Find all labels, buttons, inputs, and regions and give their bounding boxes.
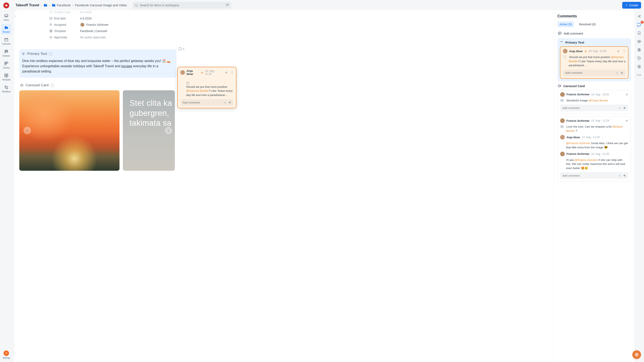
resolve-check-icon[interactable] bbox=[625, 93, 628, 96]
more-icon[interactable]: ⋮ bbox=[230, 71, 234, 74]
open-external-icon[interactable] bbox=[226, 3, 229, 7]
send-icon[interactable] bbox=[619, 71, 624, 75]
more-horizontal-icon[interactable]: ••• bbox=[637, 73, 642, 77]
popover-reply-input[interactable] bbox=[182, 101, 223, 104]
globe-icon[interactable] bbox=[637, 47, 642, 52]
nav-settings[interactable]: Settings bbox=[2, 351, 10, 359]
profile-icon[interactable] bbox=[637, 64, 642, 69]
send-icon[interactable] bbox=[622, 106, 627, 110]
info-icon[interactable]: i bbox=[51, 84, 54, 87]
right-tool-rail: 5 ••• bbox=[634, 10, 644, 362]
chevron-right-icon: › bbox=[41, 3, 42, 7]
nav-calendar[interactable]: Calendar bbox=[1, 36, 11, 46]
plus-icon: ＋ bbox=[625, 3, 628, 7]
comment-reply-line[interactable]: ☺ bbox=[560, 172, 628, 179]
comment-reply-line[interactable]: ☺ bbox=[563, 69, 626, 76]
image-icon bbox=[560, 125, 564, 128]
popover-add-comment[interactable]: ☺ bbox=[180, 99, 234, 106]
breadcrumb: Takeoff Travel › › Facebook › Facebook C… bbox=[16, 3, 127, 7]
tab-active[interactable]: Active (5) bbox=[558, 21, 574, 27]
comment-thread[interactable]: Francis Schirmer 13. Aug - 11:24 Love th… bbox=[558, 116, 631, 181]
resolve-check-icon[interactable] bbox=[625, 119, 628, 122]
svg-rect-24 bbox=[187, 82, 189, 84]
search-box[interactable] bbox=[133, 2, 231, 8]
workflow-icon bbox=[4, 85, 8, 90]
kanban-icon bbox=[4, 49, 8, 54]
meta-assigned-value[interactable]: Francis Schirmer bbox=[80, 22, 108, 27]
comment-reply-input[interactable] bbox=[562, 174, 618, 177]
comment-group-title: Carousel Card bbox=[563, 84, 585, 88]
send-icon[interactable] bbox=[227, 101, 232, 104]
meta-template-label: Template bbox=[54, 29, 66, 33]
chevron-right-icon: › bbox=[49, 3, 50, 7]
nav-inbox[interactable]: Inbox bbox=[1, 12, 11, 22]
top-bar: Takeoff Travel › › Facebook › Facebook C… bbox=[12, 0, 644, 10]
comment-reply-input[interactable] bbox=[565, 71, 615, 74]
primary-text-title: Primary Text bbox=[27, 52, 47, 56]
primary-text-body[interactable]: Dive into endless expanses of blue sky a… bbox=[19, 58, 176, 78]
assets-icon bbox=[4, 61, 8, 66]
nav-inbox-label: Inbox bbox=[4, 19, 9, 21]
carousel-title: Carousel Card bbox=[26, 83, 49, 87]
svg-point-37 bbox=[639, 66, 640, 67]
svg-rect-2 bbox=[5, 50, 6, 53]
primary-comment-count[interactable]: 1 bbox=[178, 47, 184, 50]
carousel-next-button[interactable]: › bbox=[165, 127, 172, 134]
nav-workflow[interactable]: Workflow bbox=[1, 84, 11, 94]
info-icon[interactable]: i bbox=[49, 52, 52, 55]
carousel-card-section: 2 Carousel Card i Stet clita ka gubergre… bbox=[19, 82, 176, 171]
app-logo[interactable] bbox=[3, 2, 9, 8]
chevron-right-icon: › bbox=[72, 3, 73, 7]
image-icon bbox=[560, 98, 564, 102]
help-fab[interactable] bbox=[632, 350, 641, 359]
comments-title: Comments bbox=[558, 14, 631, 18]
visibility-icon[interactable] bbox=[637, 39, 642, 44]
bookmark-icon[interactable] bbox=[637, 31, 642, 35]
more-icon[interactable]: ⋮ bbox=[622, 49, 626, 53]
primary-text-section[interactable]: 1 Primary Text i Dive into endless expan… bbox=[19, 49, 176, 78]
search-input[interactable] bbox=[138, 3, 226, 7]
nav-settings-label: Settings bbox=[2, 357, 10, 359]
nav-template[interactable]: Template bbox=[1, 72, 11, 82]
meta-template-value: Facebook | Carousel bbox=[80, 29, 107, 33]
tab-resolved[interactable]: Resolved (0) bbox=[577, 21, 598, 27]
comments-icon[interactable]: 5 bbox=[637, 22, 642, 27]
svg-rect-6 bbox=[6, 62, 8, 63]
history-icon[interactable] bbox=[637, 56, 642, 60]
comment-group-carousel: Carousel Card Francis Schirmer 13. Aug -… bbox=[558, 84, 631, 186]
emoji-icon[interactable]: ☺ bbox=[618, 106, 622, 110]
nav-assets[interactable]: Assets bbox=[1, 60, 11, 70]
add-comment-button[interactable]: Add comment bbox=[558, 30, 631, 38]
svg-rect-16 bbox=[50, 17, 52, 19]
comment-reply-input[interactable] bbox=[562, 106, 618, 110]
carousel-card-1[interactable] bbox=[19, 90, 120, 171]
svg-rect-19 bbox=[51, 30, 52, 31]
share-icon[interactable] bbox=[637, 14, 642, 19]
inline-comment-popover: Anja Illner 13. Aug - 11:23 ⋮ Should we … bbox=[177, 67, 236, 108]
svg-rect-15 bbox=[50, 11, 52, 13]
crumb-facebook-folder[interactable]: Facebook bbox=[52, 3, 71, 7]
create-button[interactable]: ＋ Create bbox=[622, 2, 641, 8]
carousel-icon bbox=[558, 84, 561, 88]
comment-item[interactable]: Anja Illner 13. Aug - 11:23 ⋮ Should we … bbox=[560, 46, 628, 79]
popover-timestamp: 13. Aug - 11:23 bbox=[205, 69, 222, 75]
comment-reply-line[interactable]: ☺ bbox=[560, 104, 628, 111]
emoji-icon[interactable]: ☺ bbox=[615, 71, 619, 75]
selection-icon bbox=[563, 55, 567, 59]
svg-rect-10 bbox=[6, 75, 8, 77]
resolve-check-icon[interactable] bbox=[617, 50, 620, 52]
nav-kanban[interactable]: Kanban bbox=[1, 48, 11, 58]
svg-rect-1 bbox=[5, 38, 8, 41]
carousel-prev-button[interactable]: ‹ bbox=[24, 127, 31, 134]
crumb-starred-folder[interactable] bbox=[44, 4, 48, 7]
crumb-current-item[interactable]: Facebook Carousel Image and Video bbox=[75, 3, 127, 7]
popover-author: Anja Illner bbox=[186, 69, 199, 76]
workspace-name[interactable]: Takeoff Travel bbox=[16, 3, 39, 7]
nav-browse[interactable]: Browse bbox=[1, 24, 11, 34]
emoji-icon[interactable]: ☺ bbox=[223, 101, 227, 104]
emoji-icon[interactable]: ☺ bbox=[618, 174, 622, 177]
comment-item[interactable]: Francis Schirmer 13. Aug - 10:52 Wonderf… bbox=[558, 90, 631, 114]
resolve-check-icon[interactable] bbox=[225, 71, 228, 74]
send-icon[interactable] bbox=[622, 174, 627, 177]
left-nav-rail: Inbox Browse Calendar Kanban Assets Temp… bbox=[0, 0, 12, 362]
